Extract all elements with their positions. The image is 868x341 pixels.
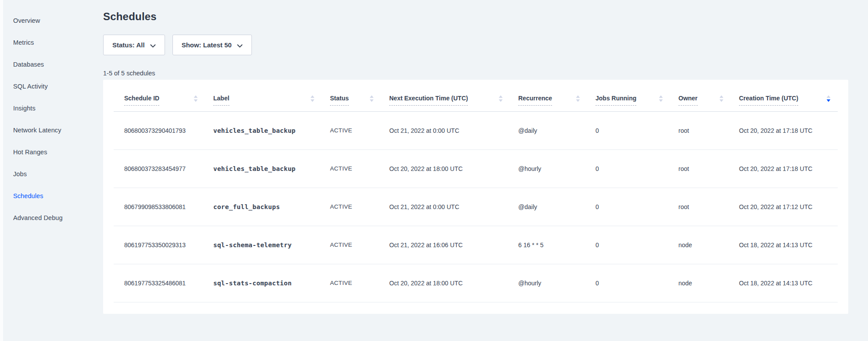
cell-id: 806197753325486081 [114,264,213,302]
status-filter-dropdown[interactable]: Status: All [103,35,165,55]
column-header-owner[interactable]: Owner [678,80,739,111]
cell-next-execution: Oct 21, 2022 at 16:06 UTC [389,226,518,264]
table-row: 806197753325486081sql-stats-compactionAC… [114,264,838,302]
window-left-edge [0,0,3,341]
filter-bar: Status: All Show: Latest 50 [103,35,851,55]
sidebar-item-hot-ranges[interactable]: Hot Ranges [13,141,103,163]
column-header-jobs-running[interactable]: Jobs Running [595,80,678,111]
cell-jobs-running: 0 [595,264,678,302]
cell-next-execution: Oct 20, 2022 at 18:00 UTC [389,149,518,188]
cell-id: 806800373283454977 [114,149,213,188]
column-label: Status [330,95,349,106]
show-filter-dropdown[interactable]: Show: Latest 50 [172,35,252,55]
table-row: 806800373283454977vehicles_table_backupA… [114,149,838,188]
cell-owner: root [678,111,739,149]
sidebar-item-insights[interactable]: Insights [13,97,103,119]
cell-next-execution: Oct 21, 2022 at 0:00 UTC [389,188,518,226]
column-label: Recurrence [518,95,552,106]
column-label: Next Execution Time (UTC) [389,95,468,106]
cell-status: ACTIVE [330,226,389,264]
cell-id: 806197753350029313 [114,226,213,264]
cell-label: vehicles_table_backup [213,111,330,149]
sort-arrows-icon [719,95,724,102]
show-filter-label: Show: Latest 50 [182,41,232,49]
cell-status: ACTIVE [330,264,389,302]
cell-recurrence: @hourly [518,149,595,188]
cell-jobs-running: 0 [595,111,678,149]
sidebar-item-sql-activity[interactable]: SQL Activity [13,75,103,97]
sidebar-item-schedules[interactable]: Schedules [13,185,103,207]
sidebar-item-databases[interactable]: Databases [13,53,103,75]
chevron-down-icon [150,42,156,49]
cell-creation-time: Oct 20, 2022 at 17:18 UTC [739,149,838,188]
column-label: Label [213,95,230,106]
cell-recurrence: @daily [518,188,595,226]
page-title: Schedules [103,11,851,23]
table-header-row: Schedule IDLabelStatusNext Execution Tim… [114,80,838,111]
sort-arrows-icon [194,95,198,102]
sort-arrows-icon [499,95,503,102]
cell-creation-time: Oct 18, 2022 at 14:13 UTC [739,264,838,302]
cell-recurrence: 6 16 * * 5 [518,226,595,264]
sort-arrows-icon [576,95,580,102]
cell-owner: root [678,149,739,188]
sidebar-item-metrics[interactable]: Metrics [13,32,103,53]
results-count: 1-5 of 5 schedules [103,70,851,77]
column-header-next-execution-time-utc[interactable]: Next Execution Time (UTC) [389,80,518,111]
sidebar-item-overview[interactable]: Overview [13,10,103,32]
cell-owner: node [678,226,739,264]
sort-arrows-icon [369,95,374,102]
sort-arrows-icon [659,95,663,102]
cell-jobs-running: 0 [595,226,678,264]
sort-arrows-icon [826,95,831,102]
table-row: 806799098533806081core_full_backupsACTIV… [114,188,838,226]
column-header-creation-time-utc[interactable]: Creation Time (UTC) [739,80,838,111]
column-label: Owner [678,95,698,106]
cell-owner: root [678,188,739,226]
column-header-status[interactable]: Status [330,80,389,111]
table-row: 806197753350029313sql-schema-telemetryAC… [114,226,838,264]
table-body: 806800373290401793vehicles_table_backupA… [114,111,838,302]
cell-creation-time: Oct 18, 2022 at 14:13 UTC [739,226,838,264]
chevron-down-icon [237,42,243,49]
cell-label: vehicles_table_backup [213,149,330,188]
column-label: Jobs Running [595,95,636,106]
status-filter-label: Status: All [112,41,145,49]
cell-id: 806800373290401793 [114,111,213,149]
sidebar-nav: OverviewMetricsDatabasesSQL ActivityInsi… [3,0,103,341]
column-header-recurrence[interactable]: Recurrence [518,80,595,111]
sidebar-item-jobs[interactable]: Jobs [13,163,103,185]
cell-next-execution: Oct 20, 2022 at 18:00 UTC [389,264,518,302]
cell-label: sql-schema-telemetry [213,226,330,264]
cell-status: ACTIVE [330,149,389,188]
sort-arrows-icon [310,95,315,102]
cell-owner: node [678,264,739,302]
cell-creation-time: Oct 20, 2022 at 17:12 UTC [739,188,838,226]
column-header-schedule-id[interactable]: Schedule ID [114,80,213,111]
cell-jobs-running: 0 [595,149,678,188]
column-label: Creation Time (UTC) [739,95,798,106]
cell-label: core_full_backups [213,188,330,226]
cell-label: sql-stats-compaction [213,264,330,302]
cell-status: ACTIVE [330,111,389,149]
sidebar-item-advanced-debug[interactable]: Advanced Debug [13,207,103,229]
cell-recurrence: @daily [518,111,595,149]
column-header-label[interactable]: Label [213,80,330,111]
cell-jobs-running: 0 [595,188,678,226]
cell-next-execution: Oct 21, 2022 at 0:00 UTC [389,111,518,149]
sidebar-item-network-latency[interactable]: Network Latency [13,119,103,141]
cell-status: ACTIVE [330,188,389,226]
table-row: 806800373290401793vehicles_table_backupA… [114,111,838,149]
cell-id: 806799098533806081 [114,188,213,226]
main-content: Schedules Status: All Show: Latest 50 1-… [103,0,851,314]
cell-recurrence: @hourly [518,264,595,302]
schedules-table-card: Schedule IDLabelStatusNext Execution Tim… [103,80,848,314]
cell-creation-time: Oct 20, 2022 at 17:18 UTC [739,111,838,149]
schedules-table: Schedule IDLabelStatusNext Execution Tim… [114,80,838,302]
column-label: Schedule ID [124,95,159,106]
